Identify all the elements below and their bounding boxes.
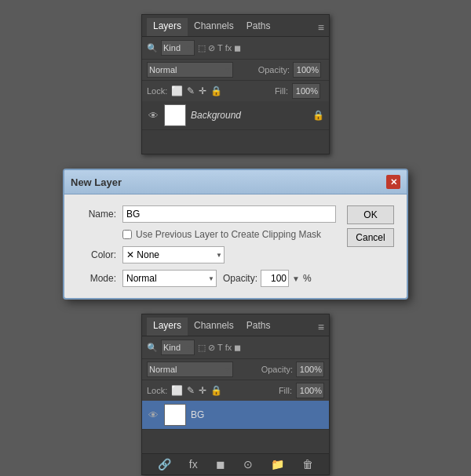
filter-icon-pixel[interactable]: ⬚	[198, 43, 206, 53]
lock-icon-pixel-top[interactable]: ⬜	[171, 85, 183, 96]
top-blend-row: Normal ▼ Opacity:	[142, 59, 329, 80]
filter-icon-type[interactable]: T	[217, 43, 223, 53]
name-row: Name:	[77, 205, 336, 223]
group-icon[interactable]: ⊙	[243, 458, 253, 471]
panel-menu-icon-top[interactable]: ≡	[318, 21, 324, 34]
opacity-dropdown-arrow[interactable]: ▼	[292, 274, 300, 283]
dialog-opacity-input[interactable]	[261, 270, 289, 287]
bottom-search-row: 🔍 Kind ▼ ⬚ ⊘ T fx ◼	[142, 336, 329, 358]
lock-move-bottom[interactable]: ✛	[199, 385, 206, 396]
layer-name-bottom: BG	[191, 409, 324, 420]
filter-icons-top: ⬚ ⊘ T fx ◼	[198, 43, 241, 53]
clip-mask-row: Use Previous Layer to Create Clipping Ma…	[122, 229, 336, 240]
fill-label-top: Fill:	[275, 86, 288, 96]
blend-select-wrapper-top[interactable]: Normal ▼	[147, 62, 233, 78]
name-and-buttons-row: Name: Use Previous Layer to Create Clipp…	[77, 205, 394, 287]
dialog-title: New Layer	[71, 176, 386, 188]
kind-select-bottom[interactable]: Kind	[161, 340, 195, 355]
tab-channels-top[interactable]: Channels	[188, 18, 240, 36]
bottom-layers-panel: Layers Channels Paths ≡ 🔍 Kind ▼ ⬚ ⊘ T f…	[141, 314, 330, 475]
clip-mask-checkbox[interactable]	[122, 230, 132, 239]
dialog-titlebar: New Layer ✕	[64, 170, 407, 194]
clip-mask-label: Use Previous Layer to Create Clipping Ma…	[136, 229, 321, 240]
lock-label-top: Lock:	[147, 86, 167, 96]
color-select-wrapper[interactable]: ✕ None Red Orange Yellow ▼	[122, 246, 225, 263]
cancel-button[interactable]: Cancel	[347, 228, 394, 247]
tab-layers-top[interactable]: Layers	[147, 18, 188, 36]
kind-select-wrapper-bottom[interactable]: Kind ▼	[161, 340, 195, 355]
dialog-buttons: OK Cancel	[347, 205, 394, 287]
folder-icon[interactable]: 📁	[271, 458, 284, 471]
name-label: Name:	[77, 209, 116, 220]
tab-paths-bottom[interactable]: Paths	[240, 318, 277, 336]
filter-fill-bottom[interactable]: ◼	[234, 343, 241, 353]
mode-label: Mode:	[77, 273, 116, 284]
opacity-label-top: Opacity:	[258, 65, 290, 74]
color-label: Color:	[77, 249, 116, 260]
layer-thumbnail	[164, 104, 186, 126]
mode-select-wrapper[interactable]: Normal Multiply Screen ▼	[122, 270, 217, 287]
opacity-wrap: Opacity: ▼ %	[223, 270, 312, 287]
layer-lock-icon: 🔒	[312, 110, 324, 121]
dialog-opacity-pct: %	[303, 273, 312, 284]
lock-icon-draw-top[interactable]: ✎	[187, 85, 195, 96]
lock-pixel-bottom[interactable]: ⬜	[171, 385, 183, 396]
name-input[interactable]	[122, 205, 336, 223]
fill-input-top[interactable]	[292, 83, 320, 99]
filter-icon-shape[interactable]: fx	[225, 43, 232, 53]
lock-draw-bottom[interactable]: ✎	[187, 385, 195, 396]
blend-select-wrapper-bottom[interactable]: Normal ▼	[147, 362, 233, 377]
kind-select[interactable]: Kind	[161, 40, 195, 56]
filter-icon-smart[interactable]: ⊘	[208, 43, 215, 53]
link-icon[interactable]: 🔗	[158, 458, 171, 471]
fill-label-bottom: Fill:	[279, 386, 292, 395]
tab-paths-top[interactable]: Paths	[240, 18, 277, 36]
opacity-input-bottom[interactable]	[296, 362, 324, 377]
filter-smart-bottom[interactable]: ⊘	[208, 343, 215, 353]
kind-select-wrapper[interactable]: Kind ▼	[161, 40, 195, 56]
opacity-dropdown-wrapper[interactable]: ▼	[292, 274, 300, 283]
filter-shape-bottom[interactable]: fx	[225, 343, 232, 353]
bottom-layers-list: 👁 BG	[142, 401, 329, 453]
top-panel-tabs: Layers Channels Paths ≡	[142, 15, 329, 37]
opacity-input-top[interactable]	[293, 62, 321, 78]
filter-icon-fill[interactable]: ◼	[234, 43, 241, 53]
top-lock-row: Lock: ⬜ ✎ ✛ 🔒 Fill:	[142, 80, 329, 101]
fill-input-bottom[interactable]	[296, 383, 324, 398]
bottom-blend-row: Normal ▼ Opacity:	[142, 358, 329, 380]
table-row[interactable]: 👁 Background 🔒	[142, 101, 329, 130]
lock-all-bottom[interactable]: 🔒	[210, 385, 222, 396]
lock-icon-lock-top[interactable]: 🔒	[210, 85, 222, 96]
table-row[interactable]: 👁 BG	[142, 401, 329, 430]
color-select[interactable]: ✕ None Red Orange Yellow	[122, 246, 225, 263]
search-icon-bottom: 🔍	[147, 343, 158, 353]
bottom-bar: 🔗 fx ◼ ⊙ 📁 🗑	[142, 453, 329, 474]
delete-icon[interactable]: 🗑	[302, 458, 313, 471]
top-layers-panel: Layers Channels Paths ≡ 🔍 Kind ▼ ⬚ ⊘ T f…	[141, 14, 330, 154]
eye-icon[interactable]: 👁	[147, 110, 159, 122]
lock-icon-move-top[interactable]: ✛	[199, 85, 206, 96]
blend-select-bottom[interactable]: Normal	[147, 362, 233, 377]
new-layer-dialog: New Layer ✕ Name: Use Previous Layer to …	[63, 169, 408, 300]
dialog-close-button[interactable]: ✕	[386, 175, 400, 189]
lock-label-bottom: Lock:	[147, 386, 167, 395]
blend-select-top[interactable]: Normal	[147, 62, 233, 78]
fx-icon[interactable]: fx	[189, 458, 198, 471]
ok-button[interactable]: OK	[347, 205, 394, 224]
mode-row: Mode: Normal Multiply Screen ▼ Opacity:	[77, 270, 336, 287]
filter-pixel-bottom[interactable]: ⬚	[198, 343, 206, 353]
search-icon: 🔍	[147, 43, 158, 53]
dialog-overlay: New Layer ✕ Name: Use Previous Layer to …	[24, 169, 447, 300]
layer-name: Background	[191, 110, 308, 121]
tab-layers-bottom[interactable]: Layers	[147, 318, 188, 336]
top-search-row: 🔍 Kind ▼ ⬚ ⊘ T fx ◼	[142, 37, 329, 59]
dialog-body: Name: Use Previous Layer to Create Clipp…	[64, 194, 407, 298]
tab-channels-bottom[interactable]: Channels	[188, 318, 240, 336]
eye-icon-bottom[interactable]: 👁	[147, 409, 159, 421]
mode-select[interactable]: Normal Multiply Screen	[122, 270, 217, 287]
dialog-opacity-label: Opacity:	[223, 273, 257, 284]
layer-thumbnail-bottom	[164, 404, 186, 426]
panel-menu-icon-bottom[interactable]: ≡	[318, 321, 324, 333]
adjustment-icon[interactable]: ◼	[216, 458, 225, 471]
filter-type-bottom[interactable]: T	[217, 343, 223, 353]
